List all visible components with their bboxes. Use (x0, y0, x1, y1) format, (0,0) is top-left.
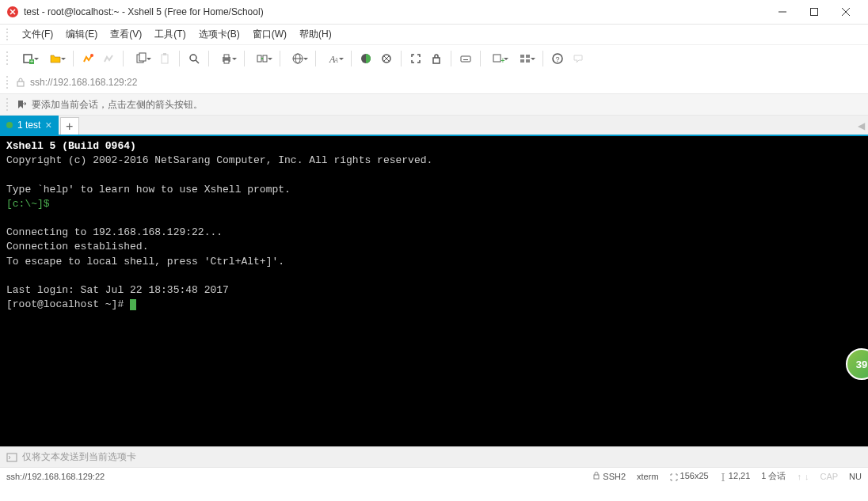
svg-line-14 (196, 60, 199, 63)
status-term: xterm (637, 472, 659, 481)
toolbar-separator (480, 51, 481, 66)
paste-button[interactable] (155, 49, 174, 68)
status-protocol: SSH2 (592, 472, 626, 481)
terminal-line: Xshell 5 (Build 0964) (6, 140, 136, 152)
status-num: NU (849, 472, 862, 481)
minimize-button[interactable] (767, 2, 798, 22)
terminal-cursor (130, 299, 136, 310)
connection-status-icon (6, 122, 13, 128)
status-nav-arrows[interactable]: ↑↓ (797, 472, 809, 481)
svg-text:+: + (501, 56, 504, 65)
address-url[interactable]: ssh://192.168.168.129:22 (30, 77, 137, 88)
svg-rect-37 (526, 59, 530, 63)
titlebar: test - root@localhost:~ - Xshell 5 (Free… (0, 0, 868, 24)
keyboard-button[interactable] (456, 49, 475, 68)
highlights-button[interactable] (377, 49, 396, 68)
toolbar-separator (401, 51, 402, 66)
feedback-button[interactable] (569, 49, 588, 68)
tab-close-button[interactable]: × (45, 120, 51, 131)
lock-icon (16, 78, 25, 87)
toolbar-separator (73, 51, 74, 66)
disconnect-button[interactable] (99, 49, 118, 68)
addressbar-grip[interactable] (6, 75, 11, 89)
menubar: 文件(F) 编辑(E) 查看(V) 工具(T) 选项卡(B) 窗口(W) 帮助(… (0, 24, 868, 44)
status-size: 156x25 (670, 471, 709, 480)
menu-help[interactable]: 帮助(H) (293, 25, 338, 44)
terminal-line: Type `help' to learn how to use Xshell p… (6, 184, 291, 195)
svg-rect-31 (463, 59, 468, 60)
status-sessions: 1 会话 (761, 470, 786, 482)
close-button[interactable] (830, 2, 862, 22)
print-button[interactable] (214, 49, 239, 68)
toolbar-separator (179, 51, 180, 66)
menu-tab[interactable]: 选项卡(B) (192, 25, 246, 44)
window-title: test - root@localhost:~ - Xshell 5 (Free… (24, 6, 767, 17)
svg-rect-35 (526, 55, 530, 58)
svg-rect-19 (263, 55, 267, 62)
tabbar: 1 test × + ◀ (0, 116, 868, 136)
svg-rect-18 (257, 55, 261, 62)
toolbar-separator (244, 51, 245, 66)
terminal-line: Connection established. (6, 241, 148, 252)
menu-tools[interactable]: 工具(T) (148, 25, 192, 44)
compose-placeholder: 仅将文本发送到当前选项卡 (22, 450, 136, 464)
svg-point-13 (190, 55, 196, 61)
terminal-line: Connecting to 192.168.168.129:22... (6, 226, 223, 238)
lock-button[interactable] (427, 49, 446, 68)
font-button[interactable]: AA (321, 49, 346, 68)
hintbar: 要添加当前会话，点击左侧的箭头按钮。 (0, 93, 868, 116)
menubar-grip[interactable] (6, 28, 11, 42)
find-button[interactable] (185, 49, 204, 68)
toolbar-grip[interactable] (6, 51, 11, 66)
colorscheme-button[interactable] (356, 49, 375, 68)
toolbar-separator (123, 51, 124, 66)
bookmark-arrow-icon[interactable] (16, 99, 27, 110)
toolbar-separator (280, 51, 280, 66)
svg-rect-2 (811, 9, 818, 16)
addressbar: ssh://192.168.168.129:22 (0, 71, 868, 93)
svg-rect-41 (7, 454, 17, 461)
svg-rect-28 (461, 56, 470, 62)
terminal-line: To escape to local shell, press 'Ctrl+Al… (6, 256, 284, 268)
copy-button[interactable] (128, 49, 154, 68)
menu-edit[interactable]: 编辑(E) (59, 25, 104, 44)
terminal[interactable]: Xshell 5 (Build 0964) Copyright (c) 2002… (0, 136, 868, 446)
status-cursor: 12,21 (720, 471, 751, 480)
arrange-button[interactable] (512, 49, 538, 68)
svg-rect-10 (139, 53, 146, 61)
menu-view[interactable]: 查看(V) (104, 25, 148, 44)
lock-icon (592, 472, 600, 481)
terminal-input-icon (6, 452, 17, 463)
session-tab[interactable]: 1 test × (0, 116, 59, 135)
fab-value: 39 (856, 359, 867, 370)
toolbar: + AA + ? (0, 44, 868, 71)
svg-rect-27 (433, 58, 440, 63)
status-cap: CAP (820, 472, 838, 481)
new-session-button[interactable]: + (16, 49, 41, 68)
svg-rect-36 (520, 59, 524, 63)
menu-window[interactable]: 窗口(W) (246, 25, 293, 44)
menu-file[interactable]: 文件(F) (16, 25, 59, 44)
svg-text:?: ? (555, 55, 559, 63)
svg-rect-17 (224, 60, 229, 63)
terminal-prompt: [c:\~]$ (6, 198, 50, 210)
tab-scroll-icon[interactable]: ◀ (858, 120, 865, 131)
open-session-button[interactable] (43, 49, 68, 68)
svg-text:+: + (30, 58, 34, 65)
app-icon (6, 6, 19, 18)
maximize-button[interactable] (798, 2, 830, 22)
transfer-button[interactable] (249, 49, 275, 68)
encoding-button[interactable] (285, 49, 310, 68)
status-connection: ssh://192.168.168.129:22 (6, 472, 592, 481)
reconnect-button[interactable] (78, 49, 97, 68)
svg-text:A: A (333, 57, 338, 64)
newwindow-button[interactable]: + (485, 49, 511, 68)
help-button[interactable]: ? (548, 49, 567, 68)
toolbar-separator (451, 51, 451, 66)
compose-bar[interactable]: 仅将文本发送到当前选项卡 (0, 446, 868, 467)
hintbar-grip[interactable] (6, 97, 11, 112)
add-tab-button[interactable]: + (60, 117, 79, 135)
svg-rect-42 (594, 475, 599, 479)
fullscreen-button[interactable] (406, 49, 425, 68)
svg-rect-12 (163, 53, 166, 55)
